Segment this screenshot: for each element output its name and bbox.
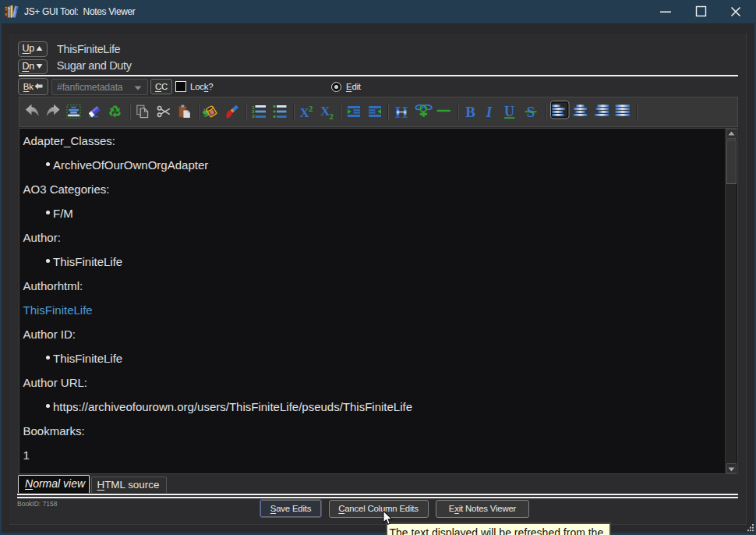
svg-text:H: H <box>395 102 408 122</box>
svg-text:I: I <box>486 104 493 120</box>
svg-text:U: U <box>504 104 514 119</box>
svg-text:B: B <box>465 104 475 120</box>
svg-text:3: 3 <box>252 114 255 119</box>
svg-text:2: 2 <box>330 112 334 120</box>
svg-text:2: 2 <box>309 104 313 112</box>
